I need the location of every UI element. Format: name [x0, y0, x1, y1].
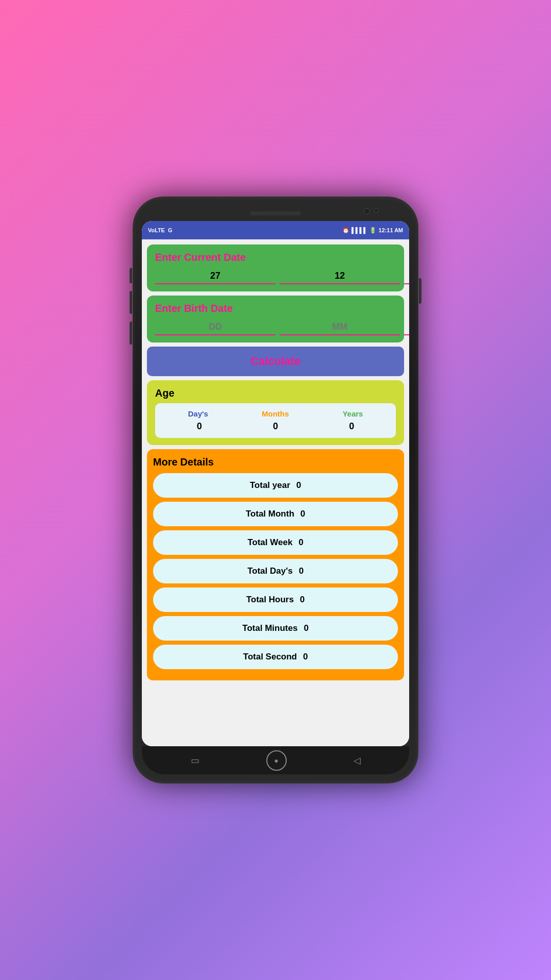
recent-apps-button[interactable]: ▭ — [191, 755, 199, 766]
detail-label-2: Total Week — [247, 537, 292, 548]
detail-label-4: Total Hours — [246, 595, 294, 605]
signal-icon: ▌▌▌▌ — [352, 227, 367, 233]
birth-date-day-input[interactable] — [155, 320, 276, 335]
alarm-icon: ⏰ — [342, 227, 349, 234]
detail-label-5: Total Minutes — [242, 623, 297, 633]
phone-frame: VoLTE G ⏰ ▌▌▌▌ 🔋 12:11 AM Enter Current … — [133, 197, 418, 783]
status-right: ⏰ ▌▌▌▌ 🔋 12:11 AM — [342, 227, 403, 234]
current-date-row: 📅 — [155, 268, 396, 284]
current-date-card: Enter Current Date 📅 — [147, 244, 404, 291]
screen-content: Enter Current Date 📅 Enter Birth Date 📅 — [142, 239, 409, 746]
current-date-day-input[interactable] — [155, 268, 276, 284]
status-left: VoLTE G — [148, 227, 172, 233]
calculate-button[interactable]: Calculate — [147, 347, 404, 376]
birth-date-row: 📅 — [155, 320, 396, 335]
birth-date-year-input[interactable] — [404, 320, 409, 335]
detail-value-5: 0 — [304, 623, 308, 633]
current-date-month-input[interactable] — [280, 268, 400, 284]
age-card: Age Day's Months Years 0 0 0 — [147, 380, 404, 445]
current-date-title: Enter Current Date — [155, 252, 396, 263]
camera-area — [364, 208, 379, 214]
home-button[interactable]: ● — [266, 750, 287, 771]
detail-rows-container: Total year0Total Month0Total Week0Total … — [153, 473, 398, 669]
age-years-label: Years — [342, 409, 363, 418]
detail-row: Total year0 — [153, 473, 398, 498]
side-button-extra — [130, 322, 132, 345]
age-days-value: 0 — [197, 421, 202, 432]
volte-indicator: VoLTE — [148, 227, 165, 233]
age-months-label: Months — [262, 409, 289, 418]
camera-dot-2 — [374, 208, 379, 213]
detail-label-1: Total Month — [246, 509, 294, 519]
network-indicator: G — [168, 227, 172, 233]
age-labels-row: Day's Months Years — [161, 409, 390, 418]
speaker-grille — [250, 211, 301, 215]
age-months-value: 0 — [273, 421, 278, 432]
phone-top-area — [142, 206, 409, 221]
detail-value-4: 0 — [300, 595, 305, 605]
side-button-power — [419, 278, 421, 304]
battery-icon: 🔋 — [369, 227, 377, 234]
more-details-card: More Details Total year0Total Month0Tota… — [147, 449, 404, 680]
side-button-volume-up — [130, 268, 132, 283]
detail-row: Total Minutes0 — [153, 616, 398, 641]
detail-row: Total Hours0 — [153, 587, 398, 612]
age-inner: Day's Months Years 0 0 0 — [155, 403, 396, 438]
age-days-label: Day's — [188, 409, 208, 418]
detail-row: Total Second0 — [153, 645, 398, 669]
detail-value-0: 0 — [296, 480, 301, 491]
age-years-value: 0 — [349, 421, 354, 432]
status-bar: VoLTE G ⏰ ▌▌▌▌ 🔋 12:11 AM — [142, 221, 409, 239]
detail-value-2: 0 — [298, 537, 303, 548]
phone-bottom-bar: ▭ ● ◁ — [142, 746, 409, 774]
age-values-row: 0 0 0 — [161, 421, 390, 432]
detail-label-3: Total Day's — [247, 566, 293, 576]
birth-date-title: Enter Birth Date — [155, 303, 396, 314]
camera-dot-1 — [364, 208, 370, 214]
detail-row: Total Month0 — [153, 502, 398, 526]
detail-value-6: 0 — [303, 652, 308, 662]
time-display: 12:11 AM — [379, 227, 403, 233]
home-icon: ● — [274, 756, 278, 765]
more-details-title: More Details — [153, 456, 398, 468]
birth-date-month-input[interactable] — [280, 320, 400, 335]
detail-value-3: 0 — [299, 566, 304, 576]
detail-label-0: Total year — [250, 480, 290, 491]
detail-row: Total Week0 — [153, 530, 398, 555]
birth-date-card: Enter Birth Date 📅 — [147, 296, 404, 342]
side-button-volume-down — [130, 291, 132, 314]
detail-value-1: 0 — [300, 509, 305, 519]
detail-row: Total Day's0 — [153, 559, 398, 583]
age-title: Age — [155, 387, 396, 399]
detail-label-6: Total Second — [243, 652, 297, 662]
current-date-year-input[interactable] — [404, 268, 409, 284]
phone-screen: VoLTE G ⏰ ▌▌▌▌ 🔋 12:11 AM Enter Current … — [142, 221, 409, 746]
back-button[interactable]: ◁ — [354, 755, 361, 766]
